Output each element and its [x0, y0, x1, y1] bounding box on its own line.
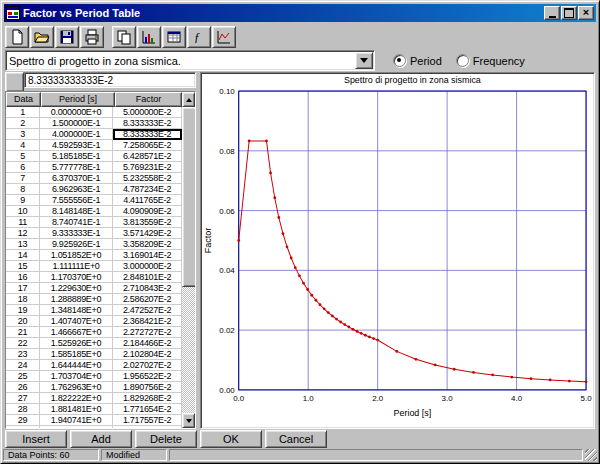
- value-cell[interactable]: 1.644444E+0: [40, 360, 113, 371]
- value-cell[interactable]: 6.370370E-1: [40, 173, 113, 184]
- ok-button[interactable]: OK: [200, 430, 262, 448]
- value-cell[interactable]: 5.232558E-2: [113, 173, 182, 184]
- value-cell[interactable]: 1.829268E-2: [113, 393, 182, 404]
- row-index-cell[interactable]: 25: [6, 371, 40, 382]
- row-index-cell[interactable]: 18: [6, 294, 40, 305]
- row-index-cell[interactable]: 27: [6, 393, 40, 404]
- value-cell[interactable]: 5.000000E-2: [113, 107, 182, 118]
- value-cell[interactable]: 8.333333E-2: [113, 129, 182, 140]
- value-cell[interactable]: 4.411765E-2: [113, 195, 182, 206]
- value-cell[interactable]: 3.358209E-2: [113, 239, 182, 250]
- value-cell[interactable]: 1.890756E-2: [113, 382, 182, 393]
- row-index-cell[interactable]: 19: [6, 305, 40, 316]
- value-cell[interactable]: 1.229630E+0: [40, 283, 113, 294]
- value-cell[interactable]: 1.666667E-2: [113, 426, 182, 428]
- value-cell[interactable]: 1.717557E-2: [113, 415, 182, 426]
- row-index-cell[interactable]: 26: [6, 382, 40, 393]
- value-cell[interactable]: 1.500000E-1: [40, 118, 113, 129]
- value-cell[interactable]: 8.333333E-2: [113, 118, 182, 129]
- row-index-cell[interactable]: 21: [6, 327, 40, 338]
- grid-corner-button[interactable]: [5, 72, 24, 92]
- combobox-dropdown-button[interactable]: [355, 52, 373, 69]
- value-cell[interactable]: 6.962963E-1: [40, 184, 113, 195]
- value-cell[interactable]: 1.348148E+0: [40, 305, 113, 316]
- value-cell[interactable]: 5.777778E-1: [40, 162, 113, 173]
- resize-grip[interactable]: [585, 449, 597, 461]
- row-index-cell[interactable]: 5: [6, 151, 40, 162]
- value-cell[interactable]: 8.740741E-1: [40, 217, 113, 228]
- value-cell[interactable]: 5.185185E-1: [40, 151, 113, 162]
- value-cell[interactable]: 2.027027E-2: [113, 360, 182, 371]
- cell-edit-field[interactable]: [24, 72, 196, 88]
- print-button[interactable]: [80, 26, 104, 48]
- row-index-cell[interactable]: 15: [6, 261, 40, 272]
- value-cell[interactable]: 7.555556E-1: [40, 195, 113, 206]
- row-index-cell[interactable]: 3: [6, 129, 40, 140]
- row-index-cell[interactable]: 9: [6, 195, 40, 206]
- value-cell[interactable]: 2.272727E-2: [113, 327, 182, 338]
- value-cell[interactable]: 2.472527E-2: [113, 305, 182, 316]
- open-button[interactable]: [30, 26, 54, 48]
- value-cell[interactable]: 7.258065E-2: [113, 140, 182, 151]
- value-cell[interactable]: 1.822222E+0: [40, 393, 113, 404]
- value-cell[interactable]: 9.925926E-1: [40, 239, 113, 250]
- value-cell[interactable]: 1.762963E+0: [40, 382, 113, 393]
- value-cell[interactable]: 3.813559E-2: [113, 217, 182, 228]
- row-index-cell[interactable]: 2: [6, 118, 40, 129]
- scrollbar-thumb[interactable]: [182, 107, 196, 287]
- titlebar[interactable]: Factor vs Period Table ×: [4, 4, 596, 22]
- row-index-cell[interactable]: 7: [6, 173, 40, 184]
- chart-line-button[interactable]: [212, 26, 236, 48]
- row-index-cell[interactable]: 4: [6, 140, 40, 151]
- value-cell[interactable]: 1.407407E+0: [40, 316, 113, 327]
- radio-period[interactable]: Period: [393, 54, 442, 67]
- value-cell[interactable]: 2.368421E-2: [113, 316, 182, 327]
- insert-button[interactable]: Insert: [5, 430, 67, 448]
- value-cell[interactable]: 1.940741E+0: [40, 415, 113, 426]
- value-cell[interactable]: 3.000000E-2: [113, 261, 182, 272]
- minimize-button[interactable]: [544, 6, 560, 20]
- value-cell[interactable]: 1.585185E+0: [40, 349, 113, 360]
- new-button[interactable]: [5, 26, 29, 48]
- row-index-cell[interactable]: 30: [6, 426, 40, 428]
- value-cell[interactable]: 1.466667E+0: [40, 327, 113, 338]
- scroll-down-button[interactable]: [182, 413, 195, 428]
- chart-bars-button[interactable]: [137, 26, 161, 48]
- value-cell[interactable]: 1.703704E+0: [40, 371, 113, 382]
- row-index-cell[interactable]: 8: [6, 184, 40, 195]
- scrollbar-track[interactable]: [182, 107, 195, 413]
- value-cell[interactable]: 2.586207E-2: [113, 294, 182, 305]
- value-cell[interactable]: 1.525926E+0: [40, 338, 113, 349]
- value-cell[interactable]: 4.787234E-2: [113, 184, 182, 195]
- save-button[interactable]: [55, 26, 79, 48]
- maximize-button[interactable]: [561, 6, 577, 20]
- value-cell[interactable]: 1.111111E+0: [40, 261, 113, 272]
- value-cell[interactable]: 2.848101E-2: [113, 272, 182, 283]
- value-cell[interactable]: 2.184466E-2: [113, 338, 182, 349]
- value-cell[interactable]: 2.710843E-2: [113, 283, 182, 294]
- value-cell[interactable]: 4.592593E-1: [40, 140, 113, 151]
- radio-frequency[interactable]: Frequency: [456, 54, 525, 67]
- row-index-cell[interactable]: 13: [6, 239, 40, 250]
- row-index-cell[interactable]: 23: [6, 349, 40, 360]
- row-index-cell[interactable]: 22: [6, 338, 40, 349]
- value-cell[interactable]: 1.170370E+0: [40, 272, 113, 283]
- row-index-cell[interactable]: 20: [6, 316, 40, 327]
- value-cell[interactable]: 1.956522E-2: [113, 371, 182, 382]
- scroll-up-button[interactable]: [182, 92, 195, 107]
- row-index-cell[interactable]: 28: [6, 404, 40, 415]
- value-cell[interactable]: 1.288889E+0: [40, 294, 113, 305]
- value-cell[interactable]: 4.090909E-2: [113, 206, 182, 217]
- close-button[interactable]: ×: [578, 6, 594, 20]
- value-cell[interactable]: 3.169014E-2: [113, 250, 182, 261]
- row-index-cell[interactable]: 16: [6, 272, 40, 283]
- row-index-cell[interactable]: 12: [6, 228, 40, 239]
- row-index-cell[interactable]: 24: [6, 360, 40, 371]
- value-cell[interactable]: 1.881481E+0: [40, 404, 113, 415]
- fx-button[interactable]: ƒ: [187, 26, 211, 48]
- spectrum-combobox[interactable]: Spettro di progetto in zona sismica.: [5, 50, 375, 71]
- row-index-cell[interactable]: 29: [6, 415, 40, 426]
- column-header-factor[interactable]: Factor: [115, 92, 182, 107]
- column-header-data[interactable]: Data: [6, 92, 41, 107]
- row-index-cell[interactable]: 14: [6, 250, 40, 261]
